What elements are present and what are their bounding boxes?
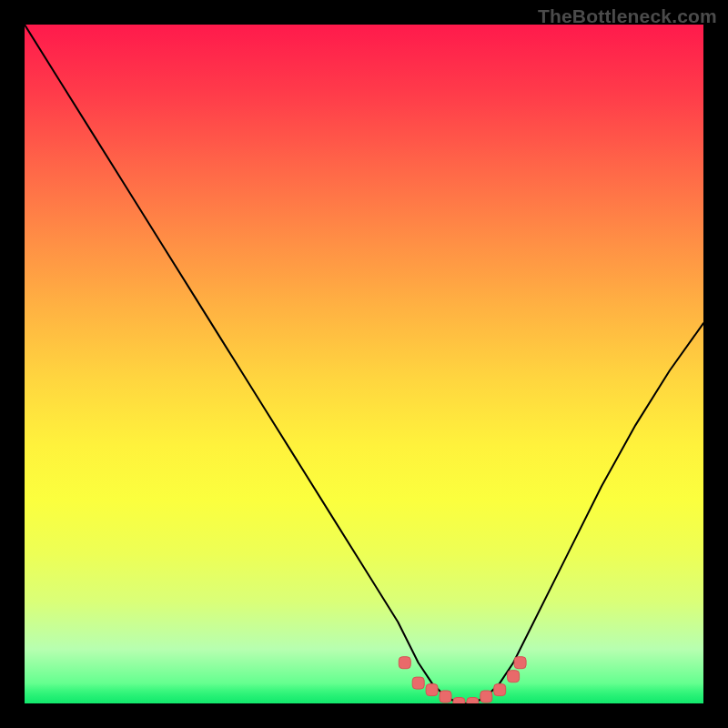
chart-plot-area: [25, 25, 703, 703]
marker-dot: [399, 657, 410, 669]
marker-dot: [514, 657, 526, 669]
green-gradient-band: [25, 683, 703, 703]
chart-svg: [25, 25, 703, 703]
marker-dot: [508, 671, 520, 682]
chart-frame: TheBottleneck.com: [0, 0, 728, 728]
bottleneck-curve: [25, 25, 703, 703]
